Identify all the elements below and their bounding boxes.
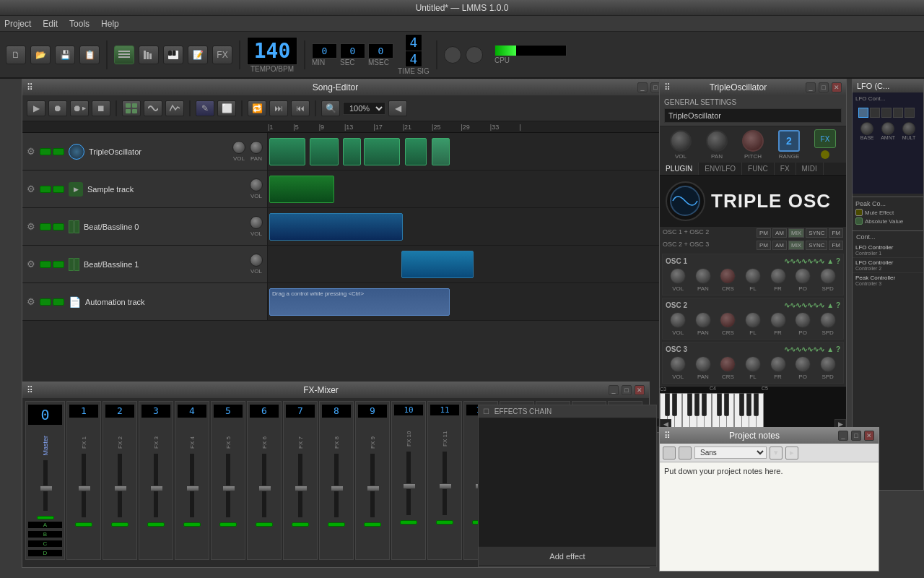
track-name-bb1[interactable]: Beat/Bassline 1 bbox=[84, 260, 245, 269]
project-notes-minimize[interactable]: _ bbox=[838, 431, 848, 441]
track-content-bb1[interactable] bbox=[268, 246, 678, 282]
record-btn[interactable]: ⏺ bbox=[48, 100, 67, 116]
fx-fader-master[interactable] bbox=[43, 460, 48, 511]
record-while-play-btn[interactable]: ⏺▶ bbox=[70, 100, 89, 116]
menu-tools[interactable]: Tools bbox=[69, 19, 90, 29]
osc2-spd-knob[interactable] bbox=[820, 312, 836, 328]
lfo-amnt-knob[interactable] bbox=[881, 122, 894, 135]
track-name-triple-osc[interactable]: TripleOscillator bbox=[89, 147, 228, 156]
controller-item-2[interactable]: LFO Controller Controller 2 bbox=[853, 258, 923, 273]
track-solo-btn[interactable] bbox=[53, 186, 64, 193]
track-settings-icon[interactable]: ⚙ bbox=[27, 184, 35, 194]
midi-block-5[interactable] bbox=[405, 138, 427, 165]
osc3-po-knob[interactable] bbox=[795, 356, 811, 372]
triple-osc-minimize[interactable]: _ bbox=[806, 82, 816, 92]
menu-project[interactable]: Project bbox=[4, 19, 31, 29]
osc-pitch-knob[interactable] bbox=[742, 130, 764, 152]
midi-block-6[interactable] bbox=[432, 138, 450, 165]
loop-btn[interactable]: 🔁 bbox=[248, 100, 266, 116]
open-project-btn[interactable]: 📂 bbox=[30, 46, 51, 64]
black-key[interactable] bbox=[739, 393, 744, 416]
fx-mixer-btn[interactable]: FX bbox=[212, 46, 232, 64]
tab-env-lfo[interactable]: ENV/LFO bbox=[699, 163, 742, 175]
fx-fader-3[interactable] bbox=[153, 453, 159, 518]
fx-fader-5[interactable] bbox=[225, 453, 231, 518]
add-bb-track-btn[interactable] bbox=[122, 100, 141, 116]
tab-midi[interactable]: MIDI bbox=[796, 163, 824, 175]
osc23-pm-btn[interactable]: PM bbox=[757, 241, 771, 250]
menu-edit[interactable]: Edit bbox=[43, 19, 58, 29]
tab-func[interactable]: FUNC bbox=[742, 163, 775, 175]
midi-block-4[interactable] bbox=[364, 138, 400, 165]
abs-value-checkbox[interactable] bbox=[855, 217, 863, 225]
black-key[interactable] bbox=[746, 393, 751, 416]
fx-fader-10[interactable] bbox=[406, 451, 411, 516]
song-editor-btn[interactable] bbox=[114, 46, 134, 64]
tab-plugin[interactable]: PLUGIN bbox=[660, 163, 699, 175]
osc12-pm-btn[interactable]: PM bbox=[757, 228, 771, 238]
osc-range-display[interactable]: 2 bbox=[778, 130, 800, 152]
fx-fader-handle-master[interactable] bbox=[40, 486, 53, 491]
notes-next-btn[interactable]: ▶ bbox=[679, 447, 692, 460]
track-name-auto[interactable]: Automation track bbox=[85, 298, 263, 306]
osc3-spd-knob[interactable] bbox=[820, 356, 836, 372]
timesig-denominator[interactable]: 4 bbox=[405, 51, 423, 68]
osc23-am-btn[interactable]: AM bbox=[772, 241, 787, 250]
osc1-crs-knob[interactable] bbox=[720, 268, 736, 284]
osc3-fl-knob[interactable] bbox=[745, 356, 761, 372]
fx-fader-8[interactable] bbox=[334, 453, 339, 518]
black-key[interactable] bbox=[754, 393, 759, 416]
track-solo-btn[interactable] bbox=[53, 148, 64, 155]
fx-fader-1[interactable] bbox=[81, 453, 87, 518]
osc1-spd-knob[interactable] bbox=[820, 268, 836, 284]
bb-block-1[interactable] bbox=[269, 213, 403, 241]
fx-mixer-maximize[interactable]: □ bbox=[622, 385, 632, 395]
track-content-bb0[interactable] bbox=[268, 208, 678, 245]
osc12-fm-btn[interactable]: FM bbox=[829, 228, 843, 238]
add-auto-track-btn[interactable] bbox=[165, 100, 184, 116]
lfo-tri-btn[interactable] bbox=[870, 108, 880, 118]
osc2-crs-knob[interactable] bbox=[720, 312, 736, 328]
sample-block-1[interactable] bbox=[269, 176, 334, 203]
osc2-vol-knob[interactable] bbox=[670, 312, 686, 328]
project-notes-maximize[interactable]: □ bbox=[851, 431, 861, 441]
track-vol-knob[interactable] bbox=[250, 216, 263, 229]
play-btn[interactable]: ▶ bbox=[27, 100, 45, 116]
lfo-base-knob[interactable] bbox=[860, 122, 873, 135]
osc3-crs-knob[interactable] bbox=[720, 356, 736, 372]
timeline-toggle[interactable]: ◀ bbox=[388, 100, 407, 116]
black-key[interactable] bbox=[702, 393, 707, 416]
piano-roll-btn[interactable] bbox=[163, 46, 183, 64]
black-key[interactable] bbox=[672, 393, 677, 416]
osc-fx-btn[interactable]: FX bbox=[814, 129, 836, 148]
triple-osc-track-icon[interactable] bbox=[69, 144, 84, 160]
osc-vol-knob[interactable] bbox=[670, 130, 692, 152]
triple-osc-maximize[interactable]: □ bbox=[819, 82, 829, 92]
master-vol-knob[interactable] bbox=[444, 46, 461, 64]
track-settings-icon[interactable]: ⚙ bbox=[27, 259, 35, 269]
osc12-mix-btn[interactable]: MIX bbox=[788, 228, 804, 238]
notes-expand-btn[interactable]: ▸ bbox=[785, 447, 798, 460]
track-content-sample[interactable] bbox=[268, 171, 678, 207]
select-mode-btn[interactable]: ⬜ bbox=[217, 100, 236, 116]
add-sample-track-btn[interactable] bbox=[144, 100, 162, 116]
track-vol-knob[interactable] bbox=[250, 178, 263, 191]
menu-help[interactable]: Help bbox=[101, 19, 119, 29]
new-project-btn[interactable]: 🗋 bbox=[6, 46, 26, 64]
osc1-fr-knob[interactable] bbox=[770, 268, 786, 284]
osc2-fl-knob[interactable] bbox=[745, 312, 761, 328]
track-settings-icon[interactable]: ⚙ bbox=[27, 221, 35, 232]
stop-btn[interactable]: ⏹ bbox=[92, 100, 110, 116]
saveas-project-btn[interactable]: 📋 bbox=[79, 46, 100, 64]
track-content-triple-osc[interactable] bbox=[268, 133, 678, 170]
project-notes-content[interactable]: Put down your project notes here. bbox=[660, 462, 879, 551]
midi-block-2[interactable] bbox=[310, 138, 339, 165]
notes-font-select[interactable]: Sans bbox=[694, 447, 767, 459]
lfo-rnd-btn[interactable] bbox=[905, 108, 915, 118]
osc23-mix-btn[interactable]: MIX bbox=[788, 241, 804, 250]
tab-fx[interactable]: FX bbox=[775, 163, 796, 175]
mute-effect-checkbox[interactable] bbox=[855, 209, 863, 216]
notes-prev-btn[interactable]: ◀ bbox=[663, 447, 676, 460]
osc12-sync-btn[interactable]: SYNC bbox=[806, 228, 827, 238]
zoom-select[interactable]: 100% bbox=[343, 102, 385, 115]
